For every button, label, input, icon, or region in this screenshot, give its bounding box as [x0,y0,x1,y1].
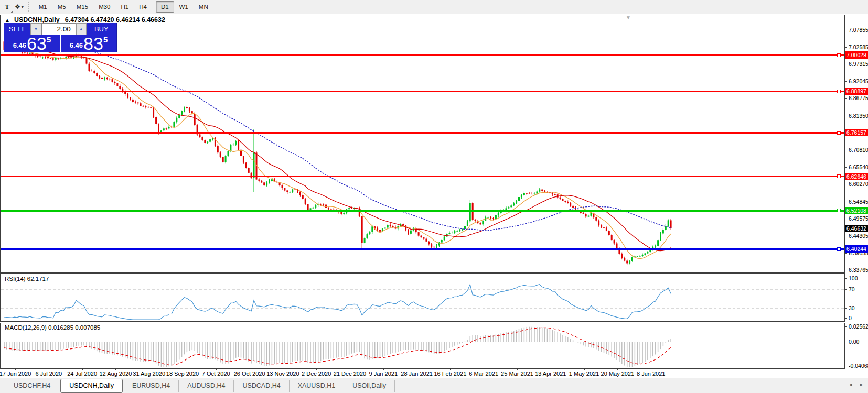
price-tick-label: 6.81350 [849,113,868,119]
price-tick-label: 6.54845 [849,199,868,205]
axis-tick-mark [845,167,847,168]
level-price-badge: 7.00029 [845,51,868,59]
autoscroll-marker-icon: ▼ [626,15,631,20]
support-resistance-line[interactable] [1,210,844,212]
chart-tab-audusd[interactable]: AUDUSD,H4 [179,380,234,392]
date-label: 31 Aug 2020 [133,370,165,377]
buy-price-prefix: 6.46 [70,41,83,49]
line-handle[interactable] [837,209,841,212]
rsi-label: RSI(14) 62.1717 [5,276,49,282]
line-handle[interactable] [837,53,841,57]
axis-tick-mark [845,278,847,279]
timeframe-button-d1[interactable]: D1 [156,1,174,13]
axis-tick-mark [845,47,847,48]
volume-field[interactable]: 2.00 [41,23,76,35]
timeframe-button-m5[interactable]: M5 [52,1,71,13]
level-price-badge: 6.76157 [845,129,868,136]
line-handle[interactable] [837,174,841,178]
support-resistance-line[interactable] [1,132,844,134]
line-handle[interactable] [837,131,841,135]
chart-tab-eurusd[interactable]: EURUSD,H4 [124,380,179,392]
date-label: 24 Jul 2020 [67,370,97,377]
axis-tick-mark [845,202,847,202]
timeframe-button-m30[interactable]: M30 [93,1,115,13]
one-click-trading-panel: SELL ▼ 2.00 ▲ BUY 6.46 63 5 6.46 83 5 [4,23,117,52]
timeframe-button-w1[interactable]: W1 [174,1,194,13]
chart-tab-xauusd[interactable]: XAUUSD,H1 [290,380,345,392]
rsi-tick-label: 0 [849,315,852,321]
tab-scroll-right-icon[interactable]: ► [859,382,864,387]
tab-scroll-left-icon[interactable]: ◄ [848,382,853,387]
date-label: 6 Mar 2021 [469,370,498,377]
rsi-tick-label: 100 [849,275,858,281]
macd-tick-label: -0.040687 [849,363,868,369]
axis-tick-mark [845,30,847,30]
line-handle[interactable] [837,90,841,93]
price-tick-label: 6.60270 [849,181,868,187]
date-label: 13 Nov 2020 [266,370,299,377]
timeframe-button-m15[interactable]: M15 [71,1,93,13]
axis-tick-mark [845,184,847,184]
objects-tool-button[interactable]: ❖ ▾ [13,2,26,13]
macd-pane[interactable]: MACD(12,26,9) 0.016285 0.007085 [0,323,845,369]
timeframe-button-m1[interactable]: M1 [34,1,52,13]
axis-tick-mark [845,318,847,319]
price-tick-label: 7.07855 [849,27,868,33]
level-price-badge: 6.88897 [845,88,868,95]
sell-price-button[interactable]: 6.46 63 5 [4,35,60,52]
price-chart-pane[interactable]: ▲ USDCNH,Daily 6.47304 6.47420 6.46214 6… [0,15,845,274]
axis-tick-mark [845,326,847,327]
sell-button[interactable]: SELL [4,23,30,35]
level-price-badge: 6.40244 [845,245,868,253]
chart-tab-usdcnh[interactable]: USDCNH,Daily [60,379,123,393]
axis-tick-mark [845,342,847,342]
time-axis[interactable]: 17 Jun 20206 Jul 202024 Jul 202012 Aug 2… [0,369,868,378]
buy-price-button[interactable]: 6.46 83 5 [61,35,116,52]
date-label: 6 Jul 2020 [35,370,62,377]
chart-tab-usoil[interactable]: USOil,Daily [344,380,395,392]
axis-tick-mark [845,289,847,290]
sell-price-pip: 5 [47,35,51,44]
rsi-pane[interactable]: RSI(14) 62.1717 [0,274,845,322]
sell-price-prefix: 6.46 [13,41,26,49]
chart-tab-usdcad[interactable]: USDCAD,H4 [234,380,289,392]
candlestick-canvas[interactable] [1,15,844,272]
expand-chart-icon[interactable]: ▲ [5,17,10,23]
timeframe-button-h1[interactable]: H1 [116,1,134,13]
timeframe-button-mn[interactable]: MN [194,1,213,13]
support-resistance-line[interactable] [1,91,844,92]
axis-tick-mark [845,219,847,219]
current-price-line [1,228,844,228]
objects-icon: ❖ [15,3,20,10]
date-label: 28 Jan 2021 [401,370,433,377]
date-label: 21 Dec 2020 [334,370,366,377]
date-label: 2 Dec 2020 [302,370,331,377]
axis-tick-mark [845,308,847,309]
price-tick-label: 6.33765 [849,267,868,273]
date-label: 17 Jun 2020 [0,370,31,377]
macd-tick-label: 0.00 [849,339,859,345]
price-axis[interactable]: 7.078557.025856.973156.920456.867756.813… [845,15,868,369]
price-tick-label: 6.70810 [849,147,868,153]
support-resistance-line[interactable] [1,176,844,177]
axis-tick-mark [845,236,847,236]
axis-tick-mark [845,253,847,254]
support-resistance-line[interactable] [1,54,844,56]
axis-tick-mark [845,64,847,64]
date-label: 9 Jan 2021 [369,370,398,377]
axis-tick-mark [845,116,847,116]
level-price-badge: 6.62646 [845,173,868,180]
date-label: 12 Aug 2020 [99,370,132,377]
chart-tab-usdchf[interactable]: USDCHF,H4 [5,380,59,392]
mt4-window: T ❖ ▾ M1M5M15M30H1H4D1W1MN ▲ USDCNH,Dail… [0,0,868,393]
line-handle[interactable] [837,247,841,251]
macd-label: MACD(12,26,9) 0.016285 0.007085 [5,324,100,331]
text-tool-button[interactable]: T [2,2,13,13]
support-resistance-line[interactable] [1,248,844,250]
date-label: 7 Oct 2020 [202,370,230,377]
price-tick-label: 6.65540 [849,164,868,170]
toolbar-grip [28,2,30,12]
date-label: 20 May 2021 [601,370,635,377]
timeframe-button-h4[interactable]: H4 [134,1,152,13]
rsi-canvas [1,274,844,321]
